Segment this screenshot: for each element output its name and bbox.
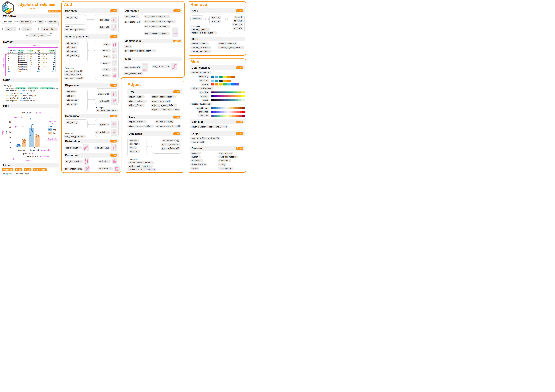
workflow-node-tidyplot: tidyplot — [19, 20, 33, 24]
workflow-node-theme: theme — [22, 27, 32, 31]
svg-text:dose: dose — [48, 125, 52, 128]
code-pill: study — [218, 163, 226, 166]
ggplot2-link-badge[interactable]: link — [173, 40, 181, 42]
code-pill: remove_padding() — [190, 50, 211, 53]
code-pill: add_range_ — [66, 99, 79, 101]
adjust-axes-link-badge[interactable]: link — [173, 116, 180, 119]
code-pill: climate — [190, 156, 201, 158]
distribution-link-badge[interactable]: link — [110, 140, 117, 143]
palette-gradient — [211, 107, 245, 109]
workflow-node-adjust: adjust — [5, 27, 16, 31]
code-pill: x_axis_labels() — [161, 143, 180, 146]
adjust-plot-link-badge[interactable]: link — [173, 90, 180, 93]
proportion-link-badge[interactable]: link — [110, 154, 117, 157]
adjust-panel-title: Adjust — [127, 82, 141, 87]
raw-data-source-box: add_data_ — [64, 14, 86, 25]
svg-text:Legend: Legend — [49, 116, 55, 118]
comparison-link-badge[interactable]: link — [110, 115, 117, 117]
code-pill: view_plot() — [190, 141, 205, 143]
pvalue-icon: 0.0446 — [111, 121, 117, 128]
raw-data-link-badge[interactable]: link — [110, 9, 117, 12]
code-pill: add_sd_ — [66, 94, 76, 97]
code-lines: study |> tidyplot(x = group, y = score, … — [4, 85, 56, 102]
bar-icon — [112, 42, 117, 47]
workflow-node-remove: remove — [47, 20, 58, 24]
svg-text:20: 20 — [9, 136, 12, 138]
svg-text:0.0446: 0.0446 — [112, 123, 116, 124]
adjust-plot-col1: adjust_size()adjust_colors()adjust_font(… — [127, 95, 147, 107]
code-pill: add_count_bar() — [64, 70, 83, 72]
svg-text:treatment: treatment — [30, 149, 39, 151]
code-pill: energy_week — [218, 152, 233, 155]
code-pill: add_annotation_rectangle() — [144, 20, 175, 23]
code-pill: add_sem_ — [66, 90, 77, 93]
code-pill: adjust_y_axis_title() — [155, 125, 181, 128]
ribbon-icon — [111, 98, 117, 105]
plot-header: Plot — [2, 104, 59, 108]
code-pill: line() — [234, 16, 243, 19]
colors-diverging-label: colors_diverging_ — [190, 102, 212, 105]
code-pill: adjust_colors() — [127, 100, 147, 103]
output-link-badge[interactable]: link — [236, 132, 243, 135]
remove-more-header: More — [190, 37, 245, 41]
link-pill[interactable]: docs — [15, 168, 22, 171]
variables-label: Variables — [7, 44, 58, 47]
palette-name-pill: mako — [202, 99, 209, 101]
donut-icon — [114, 166, 120, 172]
link-pill[interactable]: help — [24, 168, 31, 171]
code-pill: reorder_y_axis_labels() — [127, 168, 156, 171]
palette-row-blue2brown: blue2brown — [190, 107, 245, 109]
dispersion-examples: add_sem_errorbar() — [95, 109, 118, 112]
data-labels-link-badge[interactable]: link — [173, 132, 180, 135]
code-pill: points() — [99, 19, 110, 21]
code-header: Code — [2, 78, 59, 82]
svg-text:50: 50 — [9, 121, 12, 123]
remove-axes-link-badge[interactable]: link — [236, 9, 243, 12]
svg-text:Width: Width — [25, 160, 30, 162]
raw-data-header: Raw datalink — [64, 8, 119, 13]
remove-more-col1: remove_title()remove_caption()remove_pad… — [190, 42, 211, 53]
areastack-item: add_areastack() — [64, 166, 90, 172]
workflow-node-save-plot: save_plot — [41, 27, 58, 31]
annotation-link-badge[interactable]: link — [173, 9, 181, 12]
code-pill: add_count_ — [66, 42, 79, 44]
code-pill: labels() — [99, 26, 110, 29]
link-pill[interactable]: use-cases — [33, 168, 47, 171]
code-pill: add_title() — [124, 15, 139, 18]
example-label: Example: — [65, 132, 73, 135]
color-schemes-link-badge[interactable]: link — [236, 66, 243, 69]
palette-name-pill: seaside — [199, 79, 209, 82]
split-plot-link-badge[interactable]: link — [236, 121, 243, 123]
connector — [225, 19, 228, 19]
histogram-item: add_histogram() — [124, 72, 143, 75]
summary-link-badge[interactable]: link — [110, 35, 117, 38]
connector — [87, 19, 94, 20]
code-pill: add() — [124, 45, 132, 48]
link-pill[interactable]: website — [2, 168, 14, 171]
palette-row-mako: mako — [190, 99, 245, 101]
comparison-targets-box: pvalue() 0.0446 asterisks() ** — [95, 119, 119, 137]
code-pill: asterisks() — [95, 131, 110, 134]
datasets-link-badge[interactable]: link — [236, 147, 243, 150]
barstack-item: add_barstack() — [65, 158, 89, 165]
code-pill: adjust_description() — [151, 95, 176, 98]
dispersion-link-badge[interactable]: link — [110, 84, 117, 86]
example-label: Example: — [96, 107, 104, 109]
svg-text:◀ Caption: ◀ Caption — [40, 155, 49, 157]
dataset-figure: Variables Observations treatment<chr>gro… — [2, 45, 59, 77]
code-pill: add_donut() — [98, 167, 113, 170]
svg-text:◀ Axis line: ◀ Axis line — [14, 116, 23, 118]
adjust-plot-col2: adjust_description()adjust_padding()adju… — [151, 95, 180, 111]
code-pill: add_data_points() — [64, 28, 86, 31]
palette-name-pill: spectral — [198, 114, 209, 117]
adjust-axes-col2: adjust_y_axis()adjust_y_axis_title() — [155, 120, 181, 128]
code-pill: add_reference_lines() — [144, 32, 170, 35]
code-pill: ribbon() — [99, 100, 110, 103]
add-panel-title: Add — [64, 2, 72, 7]
workflow-node-add: add — [37, 20, 44, 24]
code-pill: add_violin() — [94, 146, 110, 149]
author-handle-badge[interactable]: @jbengler — [48, 10, 61, 13]
dataset-header: Dataset — [2, 40, 59, 44]
data-labels-header: Data labelslink — [127, 131, 182, 136]
remove-mid-box: x_axis_y_axis_ — [209, 14, 224, 25]
